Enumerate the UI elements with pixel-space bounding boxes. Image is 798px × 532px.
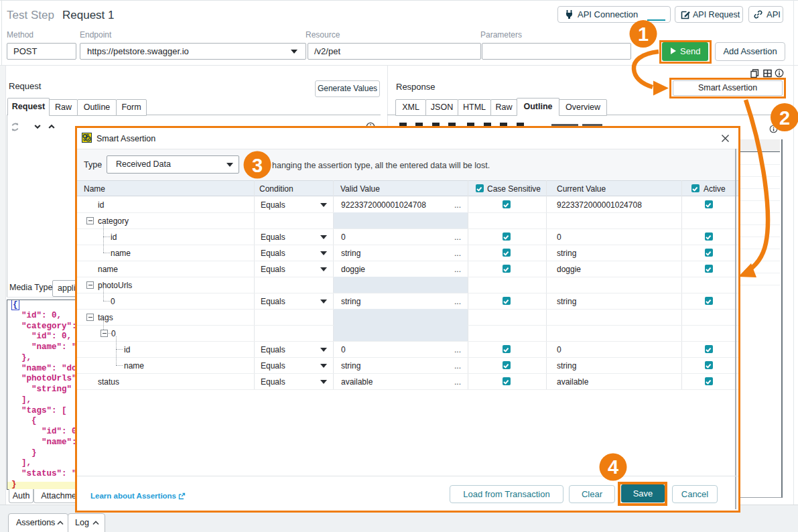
svg-text:3: 3 bbox=[252, 155, 263, 176]
svg-text:2: 2 bbox=[779, 107, 790, 129]
svg-text:4: 4 bbox=[608, 456, 618, 478]
svg-text:1: 1 bbox=[638, 23, 649, 45]
